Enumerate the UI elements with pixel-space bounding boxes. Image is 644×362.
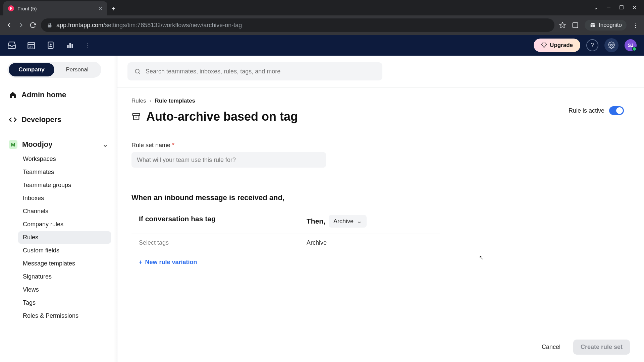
back-icon[interactable] xyxy=(5,21,13,29)
page-body: Rules › Rule templates Auto-archive base… xyxy=(117,87,644,332)
archive-icon xyxy=(131,112,141,121)
svg-rect-10 xyxy=(69,43,71,48)
search-row xyxy=(117,56,644,87)
analytics-icon[interactable] xyxy=(66,41,74,50)
rule-name-label: Rule set name * xyxy=(131,142,453,149)
divider xyxy=(131,180,453,180)
home-icon xyxy=(9,91,17,99)
browser-menu-icon[interactable]: ⋮ xyxy=(633,21,639,29)
team-badge: M xyxy=(9,140,17,149)
search-box[interactable] xyxy=(127,62,382,80)
search-input[interactable] xyxy=(146,68,376,75)
minimize-icon[interactable]: ─ xyxy=(607,5,610,11)
address-bar: app.frontapp.com/settings/tim:7858132/wo… xyxy=(0,15,644,35)
svg-point-12 xyxy=(610,44,612,46)
action-value-cell: Archive xyxy=(299,234,440,252)
inbox-icon[interactable] xyxy=(7,41,16,50)
close-window-icon[interactable]: ✕ xyxy=(632,5,637,11)
bookmark-icon[interactable] xyxy=(559,22,566,28)
sidebar-item-teammate-groups[interactable]: Teammate groups xyxy=(18,179,111,191)
footer-bar: Cancel Create rule set xyxy=(117,332,644,362)
chevron-down-icon: ⌄ xyxy=(102,140,108,149)
calendar-icon[interactable]: 31 xyxy=(27,41,36,50)
svg-rect-1 xyxy=(573,23,578,28)
sidebar-item-views[interactable]: Views xyxy=(18,284,111,296)
favicon-icon: F xyxy=(8,5,14,11)
then-heading: Then, xyxy=(307,217,325,225)
cancel-button[interactable]: Cancel xyxy=(534,340,568,355)
active-switch[interactable] xyxy=(609,106,624,115)
avatar[interactable]: SJ xyxy=(625,39,637,51)
svg-rect-15 xyxy=(133,114,140,116)
incognito-badge[interactable]: Incognito xyxy=(585,20,627,31)
content: Rules › Rule templates Auto-archive base… xyxy=(117,56,644,362)
settings-button[interactable] xyxy=(604,38,619,52)
upgrade-button[interactable]: Upgrade xyxy=(534,39,580,52)
sidebar-item-roles-permissions[interactable]: Roles & Permissions xyxy=(18,310,111,322)
tabs-dropdown-icon[interactable]: ⌄ xyxy=(594,5,598,11)
when-heading: When an inbound message is received and, xyxy=(131,193,630,202)
tab-title: Front (5) xyxy=(17,6,95,11)
url-field[interactable]: app.frontapp.com/settings/tim:7858132/wo… xyxy=(41,18,554,32)
sidebar-item-custom-fields[interactable]: Custom fields xyxy=(18,244,111,257)
svg-point-13 xyxy=(135,69,139,73)
sidebar-item-inboxes[interactable]: Inboxes xyxy=(18,192,111,204)
svg-rect-9 xyxy=(67,45,68,48)
active-toggle-row: Rule is active xyxy=(569,106,624,115)
scope-company[interactable]: Company xyxy=(9,63,54,76)
svg-marker-0 xyxy=(560,22,566,28)
active-label: Rule is active xyxy=(569,107,604,114)
svg-rect-11 xyxy=(71,44,73,48)
extensions-icon[interactable] xyxy=(572,22,579,28)
scope-personal[interactable]: Personal xyxy=(54,63,100,76)
main-layout: Company Personal Admin home Developers M… xyxy=(0,56,644,362)
browser-chrome: F Front (5) ✕ + ⌄ ─ ❐ ✕ app.frontapp.com… xyxy=(0,0,644,35)
browser-tab[interactable]: F Front (5) ✕ xyxy=(3,1,107,15)
chevron-right-icon: › xyxy=(149,98,151,104)
breadcrumb-root[interactable]: Rules xyxy=(131,98,146,104)
sidebar-developers[interactable]: Developers xyxy=(3,112,114,127)
breadcrumb-leaf[interactable]: Rule templates xyxy=(155,98,195,104)
incognito-icon xyxy=(589,22,596,28)
create-rule-set-button[interactable]: Create rule set xyxy=(573,340,630,355)
lock-icon xyxy=(47,22,52,28)
rule-value-row: Select tags Archive xyxy=(131,234,440,252)
rule-header-row: If conversation has tag Then, Archive ⌄ xyxy=(131,210,440,234)
sidebar-admin-home[interactable]: Admin home xyxy=(3,87,114,103)
sidebar-item-channels[interactable]: Channels xyxy=(18,205,111,218)
search-icon xyxy=(134,68,141,75)
reload-icon[interactable] xyxy=(30,22,36,28)
window-controls: ⌄ ─ ❐ ✕ xyxy=(594,5,644,15)
svg-point-3 xyxy=(593,25,595,27)
sidebar-item-signatures[interactable]: Signatures xyxy=(18,270,111,283)
new-tab-button[interactable]: + xyxy=(107,5,119,15)
action-dropdown[interactable]: Archive ⌄ xyxy=(329,215,367,228)
plus-icon: + xyxy=(139,259,143,266)
forward-icon[interactable] xyxy=(17,21,25,29)
svg-point-2 xyxy=(590,25,593,27)
new-variation-button[interactable]: + New rule variation xyxy=(131,259,630,266)
svg-point-8 xyxy=(50,44,51,45)
sidebar: Company Personal Admin home Developers M… xyxy=(0,56,117,362)
sidebar-item-teammates[interactable]: Teammates xyxy=(18,166,111,178)
chevron-down-icon: ⌄ xyxy=(357,218,362,225)
sidebar-item-company-rules[interactable]: Company rules xyxy=(18,218,111,231)
sidebar-team-header[interactable]: M Moodjoy ⌄ xyxy=(3,137,114,152)
maximize-icon[interactable]: ❐ xyxy=(619,5,624,11)
sidebar-item-workspaces[interactable]: Workspaces xyxy=(18,153,111,165)
select-tags-cell[interactable]: Select tags xyxy=(131,234,279,252)
sidebar-item-tags[interactable]: Tags xyxy=(18,297,111,309)
app-header: 31 ⋮ Upgrade ? SJ xyxy=(0,35,644,56)
if-heading: If conversation has tag xyxy=(139,215,271,223)
gem-icon xyxy=(541,42,547,48)
close-tab-icon[interactable]: ✕ xyxy=(98,5,103,12)
sidebar-item-rules[interactable]: Rules xyxy=(18,231,111,244)
contacts-icon[interactable] xyxy=(46,41,55,50)
scope-toggle: Company Personal xyxy=(7,62,101,78)
rule-name-input[interactable] xyxy=(131,152,326,168)
sidebar-item-message-templates[interactable]: Message templates xyxy=(18,257,111,270)
breadcrumb: Rules › Rule templates xyxy=(131,98,630,104)
more-icon[interactable]: ⋮ xyxy=(85,42,91,49)
url-text: app.frontapp.com/settings/tim:7858132/wo… xyxy=(56,22,242,29)
help-button[interactable]: ? xyxy=(586,39,598,51)
